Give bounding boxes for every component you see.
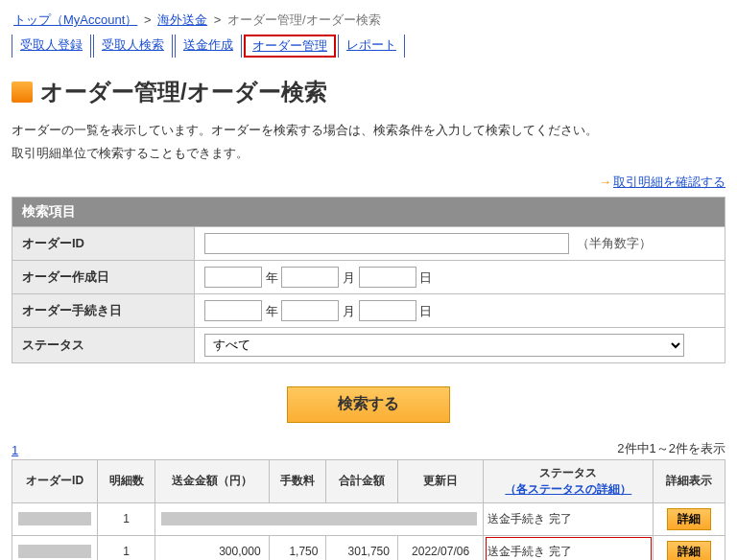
description-line1: オーダーの一覧を表示しています。オーダーを検索する場合は、検索条件を入力して検索… — [12, 119, 725, 141]
page-1-link[interactable]: 1 — [12, 443, 18, 457]
cell-status: 送金手続き 完了 — [484, 502, 654, 535]
order-id-input[interactable] — [204, 233, 569, 254]
cell-update: 2022/07/06 — [397, 535, 483, 560]
col-status: ステータス （各ステータスの詳細） — [484, 459, 654, 502]
proc-date-year[interactable] — [204, 300, 262, 321]
tab-register[interactable]: 受取人登録 — [12, 35, 91, 58]
square-icon — [12, 82, 33, 103]
form-header: 検索項目 — [12, 197, 725, 226]
pager: 1 — [12, 443, 18, 457]
col-fee: 手数料 — [269, 459, 326, 502]
create-date-year[interactable] — [204, 267, 262, 288]
cell-amount — [161, 512, 477, 525]
description: オーダーの一覧を表示しています。オーダーを検索する場合は、検索条件を入力して検索… — [12, 119, 725, 164]
cell-total: 301,750 — [326, 535, 398, 560]
tab-bar: 受取人登録 受取人検索 送金作成 オーダー管理 レポート — [12, 35, 725, 58]
table-row: 1 送金手続き 完了 詳細 — [12, 502, 725, 535]
cell-status: 送金手続き 完了 — [484, 535, 654, 560]
detail-button[interactable]: 詳細 — [667, 508, 711, 530]
create-date-day[interactable] — [359, 267, 416, 288]
table-row: 1 300,000 1,750 301,750 2022/07/06 送金手続き… — [12, 535, 725, 560]
create-date-label: オーダー作成日 — [12, 260, 195, 293]
cell-order-id — [18, 545, 91, 558]
cell-count: 1 — [98, 502, 155, 535]
cell-amount: 300,000 — [155, 535, 270, 560]
page-title-text: オーダー管理/オーダー検索 — [40, 77, 327, 107]
create-date-row: 年 月 日 — [195, 260, 725, 293]
breadcrumb-top[interactable]: トップ（MyAccount） — [13, 12, 137, 27]
tab-manage[interactable]: オーダー管理 — [244, 35, 336, 58]
breadcrumb-mid[interactable]: 海外送金 — [157, 12, 207, 27]
description-line2: 取引明細単位で検索することもできます。 — [12, 142, 725, 164]
col-total: 合計金額 — [326, 459, 398, 502]
page-title: オーダー管理/オーダー検索 — [12, 77, 725, 107]
confirm-link[interactable]: 取引明細を確認する — [613, 175, 725, 189]
tab-create[interactable]: 送金作成 — [175, 35, 242, 58]
col-amount: 送金金額（円） — [155, 459, 270, 502]
detail-button[interactable]: 詳細 — [667, 541, 711, 560]
proc-date-row: 年 月 日 — [195, 293, 725, 327]
breadcrumb: トップ（MyAccount） > 海外送金 > オーダー管理/オーダー検索 — [12, 10, 725, 35]
cell-fee: 1,750 — [269, 535, 326, 560]
tab-search[interactable]: 受取人検索 — [93, 35, 173, 58]
col-detail: 詳細表示 — [654, 459, 725, 502]
col-count: 明細数 — [98, 459, 155, 502]
result-summary: 2件中1～2件を表示 — [617, 440, 725, 457]
breadcrumb-current: オーダー管理/オーダー検索 — [227, 12, 381, 27]
status-select[interactable]: すべて — [204, 334, 684, 357]
tab-report[interactable]: レポート — [338, 35, 405, 58]
status-help-link[interactable]: （各ステータスの詳細） — [505, 482, 631, 496]
cell-count: 1 — [98, 535, 155, 560]
col-update: 更新日 — [397, 459, 483, 502]
arrow-icon: → — [599, 175, 611, 189]
proc-date-day[interactable] — [359, 300, 416, 321]
proc-date-label: オーダー手続き日 — [12, 293, 195, 327]
confirm-link-row: →取引明細を確認する — [12, 174, 725, 191]
results-table: オーダーID 明細数 送金金額（円） 手数料 合計金額 更新日 ステータス （各… — [12, 459, 725, 560]
proc-date-month[interactable] — [281, 300, 339, 321]
col-order-id: オーダーID — [12, 459, 98, 502]
search-button[interactable]: 検索する — [287, 386, 450, 423]
order-id-hint: （半角数字） — [577, 236, 652, 250]
create-date-month[interactable] — [281, 267, 339, 288]
cell-order-id — [18, 512, 91, 525]
order-id-label: オーダーID — [12, 226, 195, 260]
search-form: 検索項目 オーダーID （半角数字） オーダー作成日 年 月 日 オーダー手続き… — [12, 197, 725, 363]
status-label: ステータス — [12, 327, 195, 362]
